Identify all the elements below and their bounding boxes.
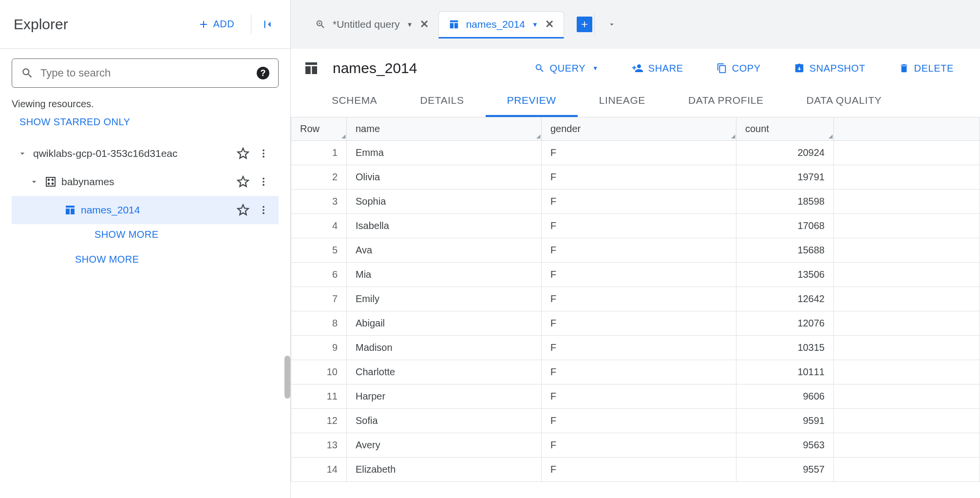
table-row[interactable]: 1EmmaF20924 [291,141,980,165]
cell-rownum: 5 [291,238,347,263]
help-icon[interactable]: ? [257,67,269,79]
table-icon [64,204,76,216]
col-header-name[interactable]: name◢ [347,117,542,141]
table-row[interactable]: 12SofiaF9591 [291,409,980,433]
search-input[interactable] [34,67,257,79]
tree-table-label: names_2014 [81,204,233,216]
kebab-menu-icon[interactable] [253,205,274,215]
cell-name: Mia [347,263,542,287]
explorer-title: Explorer [14,16,191,33]
star-icon[interactable] [233,175,253,188]
table-row[interactable]: 14ElizabethF9557 [291,458,980,482]
subtab-lineage[interactable]: LINEAGE [578,88,667,117]
col-header-row[interactable]: Row◢ [291,117,347,141]
cell-empty [834,311,980,336]
cell-empty [834,336,980,360]
add-button[interactable]: ADD [191,15,241,34]
cell-rownum: 7 [291,287,347,311]
svg-point-6 [48,183,50,185]
col-header-count[interactable]: count◢ [736,117,834,141]
table-row[interactable]: 6MiaF13506 [291,263,980,287]
cell-name: Sophia [347,190,542,214]
table-row[interactable]: 4IsabellaF17068 [291,214,980,238]
subtab-preview[interactable]: PREVIEW [486,88,578,117]
tree-project-row[interactable]: qwiklabs-gcp-01-353c16d31eac [12,139,279,168]
detail-tabs: SCHEMA DETAILS PREVIEW LINEAGE DATA PROF… [291,88,980,117]
cell-rownum: 11 [291,384,347,409]
tree-table-row[interactable]: names_2014 [12,196,279,224]
resize-handle-icon[interactable]: ◢ [731,133,735,139]
table-row[interactable]: 3SophiaF18598 [291,190,980,214]
resize-handle-icon[interactable]: ◢ [341,133,345,139]
cell-rownum: 12 [291,409,347,433]
table-row[interactable]: 7EmilyF12642 [291,287,980,311]
query-button-label: QUERY [550,63,586,74]
chevron-down-icon[interactable] [12,149,33,158]
cell-count: 18598 [736,190,834,214]
tab-untitled-query[interactable]: *Untitled query ▼ ✕ [305,11,438,38]
resize-handle-icon[interactable]: ◢ [536,133,540,139]
tree-dataset-row[interactable]: babynames [12,168,279,196]
table-row[interactable]: 2OliviaF19791 [291,165,980,190]
tab-names-2014[interactable]: names_2014 ▼ ✕ [438,11,564,38]
close-icon[interactable]: ✕ [420,18,429,31]
cell-rownum: 9 [291,336,347,360]
plus-icon [580,19,589,29]
table-row[interactable]: 8AbigailF12076 [291,311,980,336]
new-tab-button[interactable] [577,17,592,32]
cell-rownum: 2 [291,165,347,190]
show-more-datasets-link[interactable]: SHOW MORE [75,254,279,265]
cell-rownum: 8 [291,311,347,336]
snapshot-button[interactable]: SNAPSHOT [789,59,870,77]
query-button[interactable]: QUERY ▼ [529,59,603,77]
share-button[interactable]: SHARE [627,59,688,77]
tab-dropdown-icon[interactable]: ▼ [407,21,413,28]
delete-button[interactable]: DELETE [894,59,959,77]
preview-table: Row◢ name◢ gender◢ count◢ 1EmmaF209242Ol… [291,117,980,482]
cell-gender: F [542,214,736,238]
tabs-overflow-dropdown[interactable] [607,20,616,29]
table-row[interactable]: 13AveryF9563 [291,433,980,458]
cell-name: Sofia [347,409,542,433]
cell-name: Abigail [347,311,542,336]
col-header-gender[interactable]: gender◢ [542,117,736,141]
table-row[interactable]: 5AvaF15688 [291,238,980,263]
star-icon[interactable] [233,204,253,216]
search-box[interactable]: ? [12,58,279,88]
chevron-down-icon[interactable] [23,177,45,187]
svg-point-4 [48,179,50,181]
cell-count: 12076 [736,311,834,336]
cell-count: 20924 [736,141,834,165]
scrollbar-thumb[interactable] [284,356,290,399]
show-starred-only-link[interactable]: SHOW STARRED ONLY [12,116,130,128]
kebab-menu-icon[interactable] [253,148,274,159]
table-row[interactable]: 11HarperF9606 [291,384,980,409]
close-icon[interactable]: ✕ [545,18,554,31]
table-row[interactable]: 10CharlotteF10111 [291,360,980,384]
resize-handle-icon[interactable]: ◢ [829,133,832,139]
resource-tree: qwiklabs-gcp-01-353c16d31eac [12,139,279,265]
kebab-menu-icon[interactable] [253,176,274,187]
delete-button-label: DELETE [914,63,954,74]
copy-icon [716,63,727,74]
plus-icon [198,19,209,30]
subtab-data-profile[interactable]: DATA PROFILE [667,88,785,117]
cell-gender: F [542,458,736,482]
subtab-schema[interactable]: SCHEMA [310,88,398,117]
cell-empty [834,263,980,287]
cell-count: 10315 [736,336,834,360]
subtab-details[interactable]: DETAILS [398,88,485,117]
tab-dropdown-icon[interactable]: ▼ [532,21,538,28]
cell-gender: F [542,360,736,384]
subtab-data-quality[interactable]: DATA QUALITY [785,88,904,117]
cell-count: 9557 [736,458,834,482]
cell-count: 15688 [736,238,834,263]
table-row[interactable]: 9MadisonF10315 [291,336,980,360]
cell-count: 13506 [736,263,834,287]
collapse-sidebar-button[interactable] [257,14,278,35]
star-icon[interactable] [233,147,253,160]
svg-point-7 [52,183,54,185]
show-more-tables-link[interactable]: SHOW MORE [94,229,279,240]
cell-gender: F [542,238,736,263]
copy-button[interactable]: COPY [712,59,766,77]
